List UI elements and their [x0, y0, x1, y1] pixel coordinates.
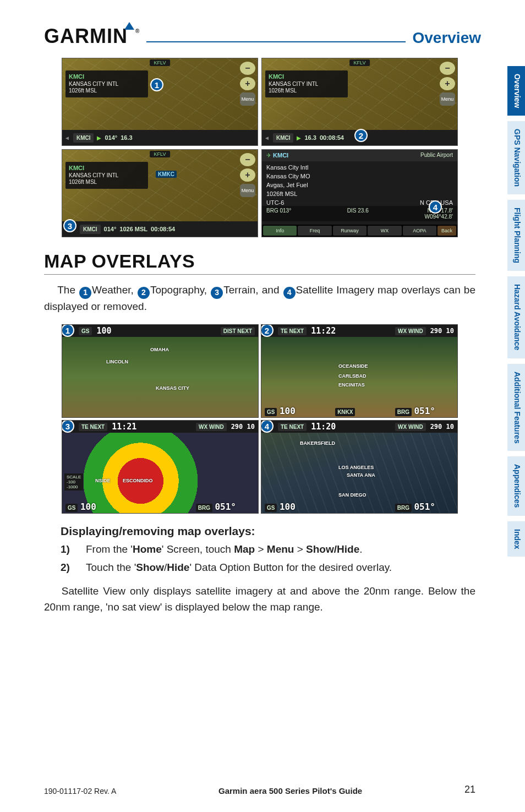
brand-text: GARMIN	[44, 25, 128, 47]
airport-elev: 1026ft MSL	[69, 179, 145, 186]
wx-button[interactable]: WX	[368, 226, 401, 236]
overlay-footer: GS 100 BRG 051°	[265, 502, 435, 512]
tab-appendices[interactable]: Appendices	[507, 456, 525, 515]
place-oceanside: OCEANSIDE	[338, 363, 368, 369]
menu-icon[interactable]: Menu	[240, 92, 255, 106]
intro-weather: Weather,	[92, 284, 137, 296]
status-brg: 014°	[104, 226, 117, 232]
nearest-screenshot-grid: KFLV KMCI KANSAS CITY INTL 1026ft MSL 1 …	[62, 58, 458, 237]
page-header: GARMIN® Overview	[0, 0, 525, 48]
s1-end: .	[359, 543, 362, 555]
status-time: 00:08:54	[320, 134, 344, 141]
bottom-status-bar: KMCI 014° 1026 MSL 00:08:54	[62, 221, 258, 237]
s2a: Touch the '	[86, 562, 136, 573]
zoom-in-icon[interactable]: +	[240, 168, 255, 182]
gs-value: 100	[80, 502, 96, 512]
page-content: KFLV KMCI KANSAS CITY INTL 1026ft MSL 1 …	[0, 48, 525, 615]
airport-info-box: KMCI KANSAS CITY INTL 1026ft MSL	[265, 70, 348, 97]
tab-hazard-avoidance[interactable]: Hazard Avoidance	[507, 276, 525, 358]
te-value: 11:21	[112, 422, 136, 432]
airport-code: KMCI	[69, 165, 145, 172]
details-lon: W094°42.8'	[425, 214, 453, 220]
menu-icon[interactable]: Menu	[440, 92, 455, 106]
place-lincoln: LINCOLN	[106, 359, 128, 364]
callout-marker-2: 2	[354, 129, 368, 142]
place-santa-ana: SANTA ANA	[347, 472, 375, 478]
s2-show: Show	[136, 562, 164, 573]
airport-code: KMCI	[69, 73, 145, 81]
freq-button[interactable]: Freq	[298, 226, 331, 236]
s1a: From the '	[86, 543, 133, 555]
s1-menu: Menu	[267, 543, 294, 555]
steps-heading: Displaying/removing map overlays:	[61, 525, 475, 538]
gs-value: 100	[280, 406, 296, 416]
details-brg-row: BRG 013° DIS 23.6 N 39°17.8' W094°42.8'	[262, 206, 457, 221]
wxwind-label: WX WIND	[196, 423, 227, 431]
status-apt: KMCI	[273, 133, 294, 143]
s1-home: Home	[133, 543, 162, 555]
kmkc-badge: KMKC	[156, 171, 177, 178]
screenshot-nearest-1: KFLV KMCI KANSAS CITY INTL 1026ft MSL 1 …	[62, 58, 258, 146]
brg-value: 051°	[414, 406, 435, 416]
screenshot-nearest-3: KFLV KMCI KANSAS CITY INTL 1026ft MSL KM…	[62, 149, 258, 237]
overlay-top-bar: TE NEXT 11:22 WX WIND 290 10	[261, 325, 457, 337]
s1-showhide: Show/Hide	[306, 543, 359, 555]
side-tab-strip: Overview GPS Navigation Flight Planning …	[507, 66, 525, 779]
zoom-out-icon[interactable]: −	[240, 153, 255, 166]
gs-label: GS	[265, 504, 277, 512]
zoom-out-icon[interactable]: −	[240, 62, 255, 75]
brand-logo: GARMIN®	[44, 22, 140, 48]
info-button[interactable]: Info	[263, 226, 297, 236]
airport-info-box: KMCI KANSAS CITY INTL 1026ft MSL	[65, 70, 148, 97]
callout-2-inline: 2	[138, 287, 150, 299]
zoom-out-icon[interactable]: −	[440, 62, 455, 75]
zoom-in-icon[interactable]: +	[440, 77, 455, 90]
callout-3-inline: 3	[211, 287, 223, 299]
aopa-button[interactable]: AOPA	[403, 226, 436, 236]
details-dis: DIS 23.6	[347, 208, 369, 220]
intro-topo: Topography,	[150, 284, 210, 296]
footer-rev: 190-01117-02 Rev. A	[44, 787, 116, 795]
details-elev: 1026ft MSL	[266, 190, 453, 199]
satellite-note: Satellite View only displays satellite i…	[44, 584, 475, 615]
zoom-in-icon[interactable]: +	[240, 77, 255, 90]
place-san-diego: SAN DIEGO	[338, 492, 367, 498]
wind-value: 290 10	[231, 423, 255, 430]
runway-button[interactable]: Runway	[333, 226, 367, 236]
overlay-top-bar: GS 100 DIST NEXT	[62, 325, 258, 337]
tenext-label: TE NEXT	[79, 423, 107, 431]
scale-label: SCALE	[67, 475, 81, 479]
tab-additional-features[interactable]: Additional Features	[507, 364, 525, 451]
tab-index[interactable]: Index	[507, 521, 525, 557]
top-airport-tag: KFLV	[150, 59, 171, 66]
tab-overview[interactable]: Overview	[507, 66, 525, 116]
gs-label: GS	[65, 504, 78, 512]
distnext-label: DIST NEXT	[221, 327, 255, 335]
tab-flight-planning[interactable]: Flight Planning	[507, 200, 525, 271]
back-button[interactable]: Back	[438, 226, 456, 236]
brg-value: 051°	[215, 502, 236, 512]
step-1-text: From the 'Home' Screen, touch Map > Menu…	[86, 542, 363, 557]
wxwind-label: WX WIND	[395, 423, 426, 431]
place-carlsbad: CARLSBAD	[338, 373, 367, 379]
overlay-intro-paragraph: The 1Weather, 2Topography, 3Terrain, and…	[44, 282, 475, 314]
bottom-status-bar: ◄ KMCI ▶ 014° 16.3	[62, 130, 258, 145]
screenshot-nearest-2: KFLV KMCI KANSAS CITY INTL 1026ft MSL 2 …	[261, 58, 458, 146]
te-value: 11:22	[311, 326, 336, 336]
airport-name: KANSAS CITY INTL	[269, 81, 344, 88]
details-lines: Kansas City Intl Kansas City MO Avgas, J…	[262, 161, 457, 210]
details-fuel: Avgas, Jet Fuel	[266, 181, 453, 190]
top-airport-tag: KFLV	[150, 151, 171, 157]
details-city: Kansas City MO	[266, 172, 453, 181]
wind-value: 290 10	[430, 423, 454, 430]
menu-icon[interactable]: Menu	[240, 184, 255, 197]
intro-terrain: Terrain, and	[223, 284, 282, 296]
tab-gps-navigation[interactable]: GPS Navigation	[507, 121, 525, 194]
gs-value: 100	[280, 502, 296, 512]
note-text: Satellite View only displays satellite i…	[44, 585, 475, 613]
registered-mark: ®	[135, 28, 140, 34]
gs-label: GS	[79, 327, 92, 335]
step-2: 2) Touch the 'Show/Hide' Data Option But…	[61, 560, 475, 575]
brg-label: BRG	[395, 504, 412, 512]
logo-triangle-icon	[124, 22, 134, 30]
